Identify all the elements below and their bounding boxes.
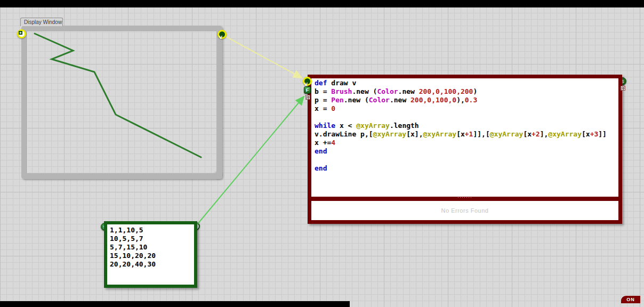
code-grip-icon-right[interactable] (621, 86, 625, 91)
code-line: v.drawLine p,[@xyArray[x],@xyArray[x+1]]… (315, 130, 618, 139)
code-line (315, 113, 618, 122)
data-line: 15,10,20,20 (110, 252, 194, 260)
code-grip-icon-left[interactable] (305, 95, 310, 100)
code-line: end (315, 164, 618, 173)
v-port-letter: V (219, 35, 222, 40)
window-square-icon (17, 29, 26, 38)
code-line: end (315, 147, 618, 156)
data-line: 1,1,10,5 (110, 226, 194, 235)
data-array-box[interactable]: 1,1,10,510,5,5,75,7,15,1015,10,20,2020,2… (104, 221, 197, 288)
wire-window-to-code (223, 35, 302, 78)
node-canvas[interactable]: { "display_window": { "tab_label": "Disp… (0, 0, 644, 307)
display-window-frame[interactable] (21, 26, 222, 179)
code-f-letter: F (306, 87, 309, 93)
code-line: b = Brush.new (Color.new 200,0,100,200) (315, 87, 618, 96)
code-line: while x < @xyArray.length (315, 122, 618, 130)
window-v-port[interactable]: V (218, 30, 227, 39)
code-line: x +=4 (315, 139, 618, 147)
bottom-black-bar (0, 301, 350, 307)
data-line: 20,20,40,30 (110, 260, 194, 269)
error-status-text: No Errors Found (441, 207, 489, 214)
code-line (315, 156, 618, 164)
top-black-bar (0, 0, 644, 7)
code-line: x = 0 (315, 104, 618, 113)
tab-display-window[interactable]: Display Window (20, 18, 63, 26)
window-port-badge[interactable] (17, 29, 26, 38)
editor-splitter[interactable]: ······· (311, 197, 618, 201)
splitter-grip-dots[interactable]: ······· (457, 195, 472, 200)
code-line: def draw v (315, 79, 618, 87)
error-status-bar: No Errors Found (311, 201, 618, 220)
code-v-port[interactable]: V (303, 77, 312, 86)
data-line: 5,7,15,10 (110, 243, 194, 252)
code-editor-panel: def draw vb = Brush.new (Color.new 200,0… (308, 75, 622, 224)
on-toggle-badge[interactable]: ON (621, 296, 640, 303)
code-editor-text[interactable]: def draw vb = Brush.new (Color.new 200,0… (311, 78, 618, 197)
code-f-port[interactable]: F (304, 86, 311, 94)
code-line: p = Pen.new (Color.new 200,0,100,0),0.3 (315, 96, 618, 104)
data-line: 10,5,5,7 (110, 235, 194, 243)
